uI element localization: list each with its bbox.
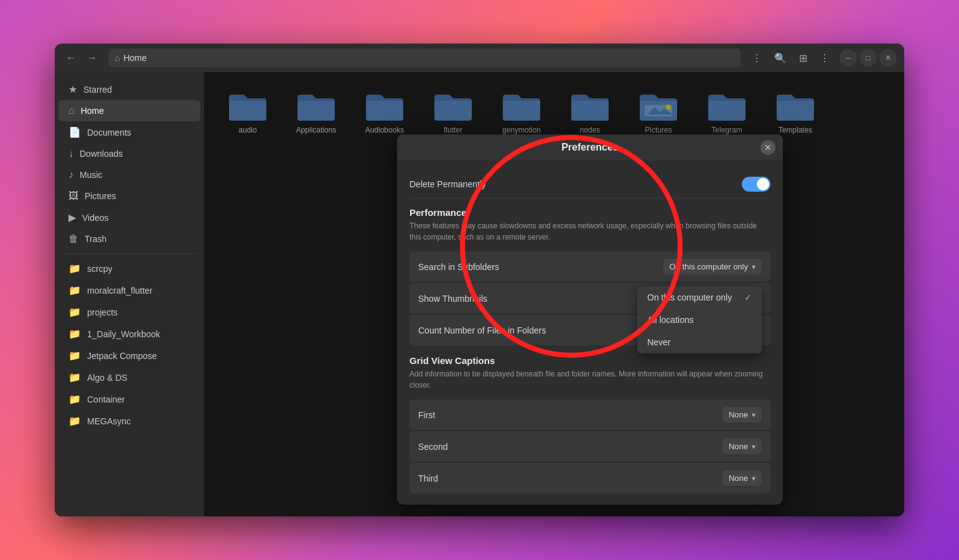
home-nav-icon: ⌂ [68,105,75,116]
document-icon: 📄 [68,126,81,138]
titlebar: ← → ⌂ Home ⋮ 🔍 ⊞ ⋮ ─ □ ✕ [55,44,904,72]
dropdown-arrow: ▾ [752,474,756,483]
search-subfolders-dropdown[interactable]: On this computer only ▾ On this computer… [663,259,762,274]
location-bar[interactable]: ⌂ Home [108,49,741,67]
caption-second-row: Second None ▾ [409,431,770,462]
sidebar: ★ Starred ⌂ Home 📄 Documents ↓ Downloads… [55,72,204,516]
nav-buttons: ← → [62,51,101,65]
delete-permanently-label: Delete Permanently [409,179,486,189]
search-subfolders-row: Search in Subfolders On this computer on… [409,251,770,282]
dropdown-option-never[interactable]: Never [637,331,762,353]
checkmark-icon: ✓ [744,292,752,302]
caption-third-label: Third [418,474,438,483]
sidebar-item-documents[interactable]: 📄 Documents [58,121,200,143]
titlebar-actions: ⋮ 🔍 ⊞ ⋮ [747,50,835,67]
caption-second-value: None [729,442,748,451]
caption-first-label: First [418,410,435,420]
caption-first-value: None [729,410,748,419]
dropdown-option-computer-only[interactable]: On this computer only ✓ [637,286,762,309]
close-button[interactable]: ✕ [879,49,897,67]
sidebar-item-moralcraft[interactable]: 📁 moralcraft_flutter [58,279,200,301]
search-subfolders-label: Search in Subfolders [418,262,499,272]
download-icon: ↓ [68,148,73,159]
folder-icon: 📁 [68,284,81,296]
preferences-titlebar: Preferences ✕ [397,134,783,161]
sidebar-item-megasync[interactable]: 📁 MEGAsync [58,410,200,432]
music-icon: ♪ [68,169,73,180]
home-icon: ⌂ [115,53,119,63]
sidebar-item-trash[interactable]: 🗑 Trash [58,228,200,250]
grid-captions-desc: Add information to be displayed beneath … [409,368,770,391]
dropdown-option-all-locations[interactable]: All locations [637,309,762,331]
caption-first-dropdown[interactable]: None ▾ [723,407,762,422]
sidebar-item-home[interactable]: ⌂ Home [58,100,200,121]
minimize-button[interactable]: ─ [840,49,857,67]
main-window: ← → ⌂ Home ⋮ 🔍 ⊞ ⋮ ─ □ ✕ ★ Starred ⌂ [55,44,904,516]
content-area: ★ Starred ⌂ Home 📄 Documents ↓ Downloads… [55,72,904,516]
sidebar-item-container[interactable]: 📁 Container [58,388,200,410]
sidebar-item-scrcpy[interactable]: 📁 scrcpy [58,258,200,279]
sidebar-item-algods[interactable]: 📁 Algo & DS [58,366,200,388]
star-icon: ★ [68,83,77,95]
count-files-label: Count Number of Files in Folders [418,325,546,335]
dropdown-arrow: ▾ [752,442,756,451]
folder-icon: 📁 [68,328,81,340]
caption-third-row: Third None ▾ [409,463,770,493]
caption-second-label: Second [418,442,447,452]
sidebar-item-jetpack[interactable]: 📁 Jetpack Compose [58,345,200,366]
caption-third-value: None [729,474,748,483]
sidebar-item-videos[interactable]: ▶ Videos [58,207,200,228]
folder-icon: 📁 [68,263,81,274]
sidebar-item-1daily[interactable]: 📁 1_Daily_Workbook [58,323,200,345]
menu-button[interactable]: ⋮ [747,50,767,67]
delete-permanently-row: Delete Permanently [409,170,770,198]
sidebar-item-downloads[interactable]: ↓ Downloads [58,143,200,164]
location-text: Home [123,53,146,63]
dropdown-arrow: ▾ [752,263,756,271]
grid-captions-title: Grid View Captions [409,355,770,366]
preferences-title: Preferences [561,142,619,153]
preferences-close-button[interactable]: ✕ [760,140,775,155]
folder-icon: 📁 [68,393,81,405]
sidebar-item-starred[interactable]: ★ Starred [58,78,200,100]
delete-permanently-toggle[interactable] [742,177,770,192]
main-file-area: audio Applications [204,72,904,516]
preferences-dialog: Preferences ✕ Delete Permanently Perform… [397,134,783,505]
caption-first-row: First None ▾ [409,399,770,430]
toggle-knob [757,178,769,190]
folder-icon: 📁 [68,350,81,362]
show-thumbnails-label: Show Thumbnails [418,294,487,304]
sidebar-item-projects[interactable]: 📁 projects [58,301,200,323]
sidebar-item-pictures[interactable]: 🖼 Pictures [58,185,200,207]
performance-title: Performance [409,207,770,218]
more-button[interactable]: ⋮ [815,50,835,67]
view-toggle-button[interactable]: ⊞ [794,50,812,67]
folder-icon: 📁 [68,415,81,427]
folder-icon: 📁 [68,306,81,318]
sidebar-divider [62,253,197,254]
search-subfolders-value: On this computer only [670,262,748,271]
preferences-body: Delete Permanently Performance These fea… [397,161,783,505]
sidebar-item-music[interactable]: ♪ Music [58,164,200,185]
caption-third-dropdown[interactable]: None ▾ [723,470,762,486]
dropdown-popup: On this computer only ✓ All locations Ne… [637,286,762,353]
forward-button[interactable]: → [83,51,101,65]
window-controls: ─ □ ✕ [840,49,897,67]
maximize-button[interactable]: □ [859,49,877,67]
folder-icon: 📁 [68,371,81,383]
search-button[interactable]: 🔍 [769,50,792,67]
dropdown-arrow: ▾ [752,411,756,419]
back-button[interactable]: ← [62,51,80,65]
trash-icon: 🗑 [68,233,78,245]
performance-desc: These features may cause slowdowns and e… [409,220,770,243]
video-icon: ▶ [68,212,76,223]
caption-second-dropdown[interactable]: None ▾ [723,439,762,454]
pictures-icon: 🖼 [68,190,78,202]
